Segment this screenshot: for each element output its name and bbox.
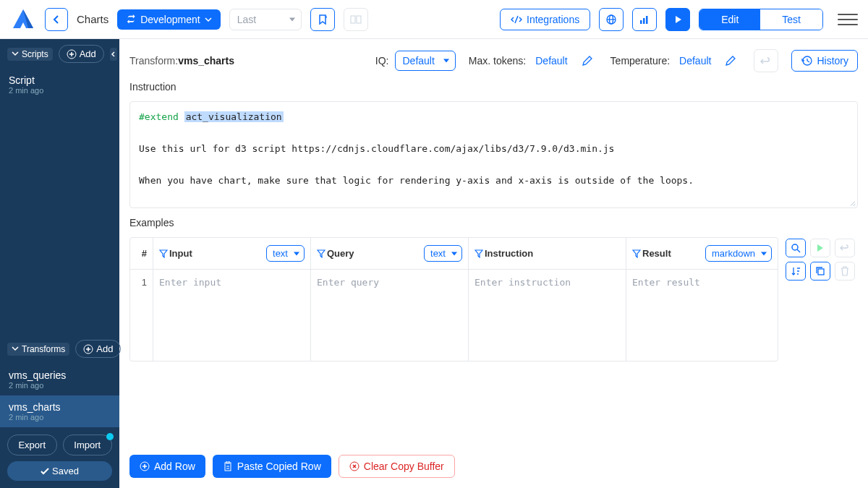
scripts-section-toggle[interactable]: Scripts (7, 48, 53, 61)
test-tab[interactable]: Test (760, 9, 822, 30)
instruction-textarea[interactable]: #extend act_visualization Use this url f… (129, 101, 858, 208)
undo-button (754, 49, 778, 72)
examples-label: Examples (129, 217, 858, 228)
col-input-header[interactable]: Input (159, 248, 192, 259)
environment-selector[interactable]: Development (117, 9, 221, 30)
export-button[interactable]: Export (7, 435, 57, 455)
col-query-header[interactable]: Query (317, 248, 354, 259)
svg-rect-5 (640, 20, 642, 24)
play-button[interactable] (665, 8, 690, 31)
max-tokens-label: Max. tokens: (469, 55, 526, 67)
iq-label: IQ: (375, 55, 389, 67)
back-button[interactable] (45, 8, 68, 31)
add-transform-button[interactable]: Add (75, 340, 121, 358)
transforms-section-toggle[interactable]: Transforms (7, 343, 69, 356)
input-type-selector[interactable]: text (266, 245, 305, 262)
globe-button[interactable] (599, 8, 624, 31)
resize-handle-icon[interactable] (847, 197, 856, 206)
row-copy-button[interactable] (810, 262, 830, 281)
transform-title: Transform:vms_charts (129, 55, 234, 67)
temperature-value[interactable]: Default (676, 51, 715, 71)
col-number-header: # (130, 238, 153, 269)
app-logo[interactable] (10, 7, 36, 33)
max-tokens-value[interactable]: Default (532, 51, 571, 71)
row-number: 1 (130, 270, 153, 361)
import-button[interactable]: Import (63, 435, 113, 455)
svg-rect-13 (818, 269, 824, 275)
svg-rect-0 (351, 16, 355, 23)
integrations-button[interactable]: Integrations (500, 9, 590, 30)
row-undo-button (835, 239, 855, 257)
result-cell[interactable]: Enter result (626, 270, 778, 361)
add-script-button[interactable]: Add (59, 45, 104, 63)
row-delete-button (835, 262, 855, 281)
row-search-button[interactable] (786, 239, 806, 257)
sidebar-transform-item[interactable]: vms_queries 2 min ago (0, 364, 119, 395)
compare-button (344, 8, 368, 31)
clear-buffer-button[interactable]: Clear Copy Buffer (339, 455, 455, 478)
max-tokens-edit-icon[interactable] (577, 52, 597, 69)
result-type-selector[interactable]: markdown (705, 245, 772, 262)
query-cell[interactable]: Enter query (311, 270, 469, 361)
temperature-label: Temperature: (610, 55, 670, 67)
sidebar-transform-item[interactable]: vms_charts 2 min ago (0, 395, 119, 427)
sidebar-script-item[interactable]: Script 2 min ago (0, 69, 119, 100)
row-play-button[interactable] (810, 239, 830, 257)
input-cell[interactable]: Enter input (153, 270, 311, 361)
svg-point-11 (792, 244, 798, 250)
svg-rect-6 (643, 18, 645, 24)
breadcrumb: Charts (77, 13, 109, 25)
add-row-button[interactable]: Add Row (129, 455, 205, 478)
menu-button[interactable] (838, 9, 858, 30)
col-instruction-header[interactable]: Instruction (475, 248, 533, 259)
last-selector[interactable]: Last (229, 9, 302, 30)
analytics-button[interactable] (632, 8, 657, 31)
col-result-header[interactable]: Result (632, 248, 671, 259)
row-sort-button[interactable] (786, 262, 806, 281)
svg-rect-1 (357, 16, 361, 23)
instruction-label: Instruction (129, 81, 858, 93)
instruction-cell[interactable]: Enter instruction (469, 270, 626, 361)
temperature-edit-icon[interactable] (720, 52, 741, 69)
examples-table: # Input text Query text (129, 237, 778, 361)
notification-dot-icon (106, 433, 114, 440)
iq-selector[interactable]: Default (395, 51, 456, 71)
edit-tab[interactable]: Edit (699, 9, 760, 30)
svg-line-12 (797, 249, 800, 252)
query-type-selector[interactable]: text (424, 245, 462, 262)
history-button[interactable]: History (791, 50, 858, 72)
paste-row-button[interactable]: Paste Copied Row (213, 455, 331, 478)
saved-indicator: Saved (7, 461, 112, 481)
bookmark-button[interactable] (310, 8, 335, 31)
svg-rect-7 (646, 16, 648, 24)
collapse-sidebar-button[interactable] (110, 48, 117, 61)
